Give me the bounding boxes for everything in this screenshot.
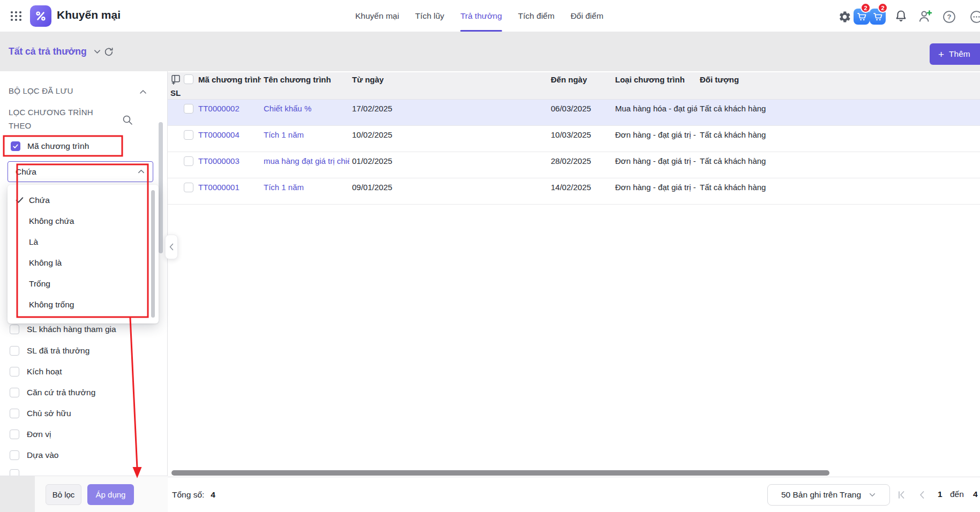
add-button[interactable]: + Thêm <box>930 43 980 65</box>
option-trong[interactable]: Trống <box>8 273 151 294</box>
search-icon[interactable] <box>122 114 133 126</box>
filter-field-row[interactable]: SL khách hàng tham gia <box>10 323 116 335</box>
dropdown-scrollbar[interactable] <box>151 190 155 318</box>
option-khong-la[interactable]: Không là <box>8 252 151 273</box>
chevron-up-icon <box>137 168 145 176</box>
column-header-type[interactable]: Loại chương trình <box>612 75 697 84</box>
page-size-select[interactable]: 50 Bản ghi trên Trang <box>767 484 890 506</box>
to-date: 06/03/2025 <box>548 104 612 113</box>
page-end: 4 <box>973 490 978 499</box>
filter-field-row[interactable]: Chủ sở hữu <box>10 408 71 419</box>
clear-filter-button[interactable]: Bỏ lọc <box>46 484 81 505</box>
column-header-from[interactable]: Từ ngày <box>349 75 548 84</box>
refresh-icon[interactable] <box>103 47 114 57</box>
filter-field-ma-chuong-trinh[interactable]: Mã chương trình <box>11 140 89 152</box>
option-khong-trong[interactable]: Không trống <box>8 294 151 315</box>
more-icon[interactable] <box>970 10 980 24</box>
view-selector-label: Tất cả trả thưởng <box>9 46 87 57</box>
table-row[interactable]: TT0000001 Tích 1 năm 09/01/2025 14/02/20… <box>168 178 980 205</box>
row-checkbox[interactable] <box>184 156 193 166</box>
chevron-up-icon[interactable] <box>139 88 147 96</box>
saved-filters-section-title[interactable]: BỘ LỌC ĐÃ LƯU <box>9 86 73 95</box>
prev-page-icon[interactable] <box>917 490 927 500</box>
filter-field-label: SL đã trả thưởng <box>27 346 89 356</box>
option-khong-chua[interactable]: Không chứa <box>8 210 151 231</box>
promotion-app-icon[interactable] <box>30 5 51 27</box>
tab-doi-diem[interactable]: Đổi điểm <box>571 0 603 32</box>
row-checkbox[interactable] <box>184 104 193 114</box>
checkbox-sl-da-tra-thuong[interactable] <box>10 346 19 356</box>
total-count: Tổng số: 4 <box>172 477 215 512</box>
audience: Tất cả khách hàng <box>697 130 980 139</box>
view-selector[interactable]: Tất cả trả thưởng <box>9 32 101 71</box>
filter-field-row[interactable]: Đơn vị <box>10 428 51 440</box>
option-chua[interactable]: Chứa <box>8 190 151 210</box>
filter-field-label: Đơn vị <box>27 430 51 439</box>
operator-dropdown-menu: Chứa Không chứa Là Không là Trống Không … <box>8 185 159 323</box>
to-date: 10/03/2025 <box>548 130 612 139</box>
horizontal-scrollbar-thumb[interactable] <box>171 470 829 476</box>
add-column-cell[interactable] <box>168 74 181 85</box>
checkbox-sl-khach-hang-tham-gia[interactable] <box>10 325 19 334</box>
tab-khuyen-mai[interactable]: Khuyến mại <box>355 0 399 32</box>
total-label: Tổng số: <box>172 490 204 500</box>
program-name-link[interactable]: Tích 1 năm <box>261 183 349 192</box>
program-code-link[interactable]: TT0000002 <box>196 104 261 113</box>
notifications-bell-icon[interactable] <box>894 9 908 24</box>
apply-filter-button[interactable]: Áp dụng <box>87 484 134 505</box>
program-code-link[interactable]: TT0000001 <box>196 183 261 192</box>
column-header-to[interactable]: Đến ngày <box>548 75 612 84</box>
option-label: Không là <box>29 258 62 268</box>
filter-field-label: Chủ sở hữu <box>27 409 71 418</box>
filter-field-label: Dựa vào <box>27 450 59 460</box>
first-page-icon[interactable] <box>896 490 907 500</box>
select-all-checkbox[interactable] <box>184 74 193 84</box>
apps-grid-icon[interactable] <box>10 10 23 22</box>
chevron-down-icon <box>869 491 876 499</box>
settings-gear-icon[interactable] <box>838 10 851 24</box>
checkbox-kich-hoat[interactable] <box>10 367 19 377</box>
option-label: Trống <box>29 279 50 289</box>
program-name-link[interactable]: mua hàng đạt giá trị chiết... <box>261 156 349 165</box>
sidebar-scrollbar[interactable] <box>159 122 163 253</box>
tab-tich-diem[interactable]: Tích điểm <box>518 0 555 32</box>
filter-field-row[interactable]: Kích hoạt <box>10 366 62 378</box>
program-code-link[interactable]: TT0000003 <box>196 156 261 165</box>
filter-field-row[interactable]: SL đã trả thưởng <box>10 345 89 357</box>
column-header-code[interactable]: Mã chương trình <box>196 75 261 84</box>
tab-tich-luy[interactable]: Tích lũy <box>415 0 444 32</box>
from-date: 10/02/2025 <box>349 130 548 139</box>
program-code-link[interactable]: TT0000004 <box>196 130 261 139</box>
checkbox-ma-chuong-trinh[interactable] <box>11 141 20 151</box>
column-header-audience[interactable]: Đối tượng <box>697 75 980 84</box>
program-name-link[interactable]: Chiết khấu % <box>261 104 349 113</box>
help-icon[interactable]: ? <box>942 10 956 24</box>
chevron-left-icon <box>169 243 174 251</box>
checkbox-dua-vao[interactable] <box>10 450 19 460</box>
checkbox-don-vi[interactable] <box>10 430 19 439</box>
row-check-cell <box>181 130 196 140</box>
table-row[interactable]: TT0000004 Tích 1 năm 10/02/2025 10/03/20… <box>168 126 980 152</box>
checkbox-chu-so-huu[interactable] <box>10 409 19 418</box>
add-user-icon[interactable] <box>917 9 933 24</box>
table-header-row: Mã chương trình Tên chương trình Từ ngày… <box>168 71 980 100</box>
column-header-sl-khach[interactable]: SL khách <box>168 88 181 97</box>
filter-field-row[interactable]: Căn cứ trả thưởng <box>10 387 95 398</box>
horizontal-scrollbar <box>168 470 980 476</box>
filter-field-row[interactable]: Dựa vào <box>10 449 59 461</box>
check-icon <box>12 143 19 149</box>
checkbox-can-cu-tra-thuong[interactable] <box>10 388 19 397</box>
row-checkbox[interactable] <box>184 183 193 192</box>
collapse-sidebar-button[interactable] <box>165 235 178 259</box>
option-la[interactable]: Là <box>8 231 151 252</box>
row-checkbox[interactable] <box>184 130 193 140</box>
app-title: Khuyến mại <box>57 9 121 21</box>
program-name-link[interactable]: Tích 1 năm <box>261 130 349 139</box>
operator-select[interactable]: Chứa <box>8 161 153 182</box>
table-row[interactable]: TT0000003 mua hàng đạt giá trị chiết... … <box>168 152 980 178</box>
table-row[interactable]: TT0000002 Chiết khấu % 17/02/2025 06/03/… <box>168 100 980 126</box>
program-type: Mua hàng hóa - đạt giá t... <box>612 104 697 113</box>
audience: Tất cả khách hàng <box>697 104 980 113</box>
tab-tra-thuong[interactable]: Trả thưởng <box>460 0 502 32</box>
column-header-name[interactable]: Tên chương trình <box>261 75 349 84</box>
